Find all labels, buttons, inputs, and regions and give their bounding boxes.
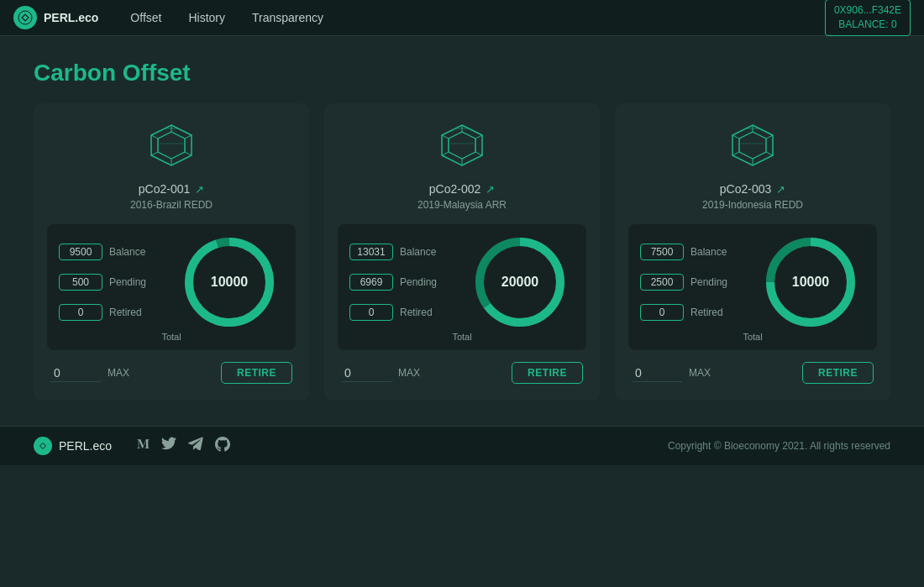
nav-history[interactable]: History <box>176 8 237 28</box>
pending-row-0: 500 Pending <box>59 274 146 291</box>
token-id-0: pCo2-001 <box>139 182 191 196</box>
svg-line-45 <box>739 152 753 159</box>
svg-line-30 <box>475 135 482 139</box>
svg-line-46 <box>753 152 766 159</box>
stats-box-1: 13031 Balance 6969 Pending 0 Retired <box>338 224 586 350</box>
balance-label-1: Balance <box>400 246 436 258</box>
svg-marker-40 <box>739 132 766 159</box>
stats-box-0: 9500 Balance 500 Pending 0 Retired <box>47 224 296 350</box>
retire-row-1: MAX RETIRE <box>338 362 586 384</box>
footer-logo-text: PERL.eco <box>59 439 112 453</box>
stats-row-0: 9500 Balance 500 Pending 0 Retired <box>59 236 284 328</box>
svg-line-31 <box>442 152 449 155</box>
stats-labels-0: 9500 Balance 500 Pending 0 Retired <box>59 244 146 321</box>
svg-line-7 <box>158 152 171 159</box>
footer-logo-icon <box>34 437 52 455</box>
svg-line-26 <box>449 152 462 159</box>
svg-line-32 <box>475 152 482 155</box>
retired-label-0: Retired <box>109 307 142 318</box>
token-name-1: pCo2-002 ↗ <box>429 182 496 196</box>
svg-line-42 <box>753 132 766 139</box>
svg-line-13 <box>185 152 192 155</box>
token-desc-2: 2019-Indonesia REDD <box>702 199 803 211</box>
card-pCo2-002: pCo2-002 ↗ 2019-Malaysia ARR 13031 Balan… <box>324 103 600 401</box>
retire-input-0[interactable] <box>50 364 101 382</box>
stats-row-1: 13031 Balance 6969 Pending 0 Retired <box>349 236 575 328</box>
retired-value-1: 0 <box>349 304 393 321</box>
token-name-2: pCo2-003 ↗ <box>720 182 786 196</box>
svg-line-3 <box>158 132 171 139</box>
retire-button-0[interactable]: RETIRE <box>221 362 292 384</box>
wallet-badge[interactable]: 0X906...F342E BALANCE: 0 <box>825 0 911 36</box>
ext-link-icon-0[interactable]: ↗ <box>195 183 204 196</box>
retire-row-0: MAX RETIRE <box>47 362 296 384</box>
retired-label-2: Retired <box>690 307 723 318</box>
ext-link-icon-2[interactable]: ↗ <box>776 183 785 196</box>
logo-icon <box>13 6 37 29</box>
svg-line-27 <box>462 152 475 159</box>
ext-link-icon-1[interactable]: ↗ <box>486 183 495 196</box>
stats-labels-2: 7500 Balance 2500 Pending 0 Retired <box>640 244 727 321</box>
token-id-2: pCo2-003 <box>720 182 772 196</box>
token-icon-2 <box>727 120 778 170</box>
svg-line-10 <box>151 135 158 139</box>
footer-logo: PERL.eco <box>34 437 112 455</box>
page-title: Carbon Offset <box>0 36 924 103</box>
github-icon[interactable] <box>215 437 230 455</box>
retired-row-0: 0 Retired <box>59 304 142 321</box>
svg-line-8 <box>171 152 185 159</box>
max-label-0: MAX <box>108 367 129 379</box>
wallet-address: 0X906...F342E <box>834 3 901 18</box>
logo[interactable]: PERL.eco <box>13 6 98 29</box>
nav-offset[interactable]: Offset <box>118 8 173 28</box>
balance-value-2: 7500 <box>640 244 684 260</box>
svg-line-51 <box>766 152 773 155</box>
balance-row-1: 13031 Balance <box>349 244 436 260</box>
stats-labels-1: 13031 Balance 6969 Pending 0 Retired <box>349 244 437 321</box>
balance-label-2: Balance <box>690 246 727 258</box>
stats-box-2: 7500 Balance 2500 Pending 0 Retired <box>628 224 877 350</box>
donut-wrapper-0: 10000 <box>183 236 276 328</box>
retired-row-2: 0 Retired <box>640 304 723 321</box>
svg-marker-2 <box>158 132 185 159</box>
retired-value-0: 0 <box>59 304 102 321</box>
twitter-icon[interactable] <box>161 437 176 455</box>
logo-text: PERL.eco <box>44 11 98 24</box>
token-name-0: pCo2-001 ↗ <box>139 182 205 196</box>
svg-line-22 <box>449 132 462 139</box>
svg-line-4 <box>171 132 185 139</box>
retire-input-2[interactable] <box>632 364 682 382</box>
balance-label-0: Balance <box>109 246 145 258</box>
nav-transparency[interactable]: Transparency <box>240 8 335 28</box>
donut-wrapper-2: 10000 <box>764 236 857 328</box>
retired-row-1: 0 Retired <box>349 304 433 321</box>
token-icon-0 <box>146 120 197 170</box>
svg-line-48 <box>732 135 739 139</box>
token-desc-1: 2019-Malaysia ARR <box>417 199 507 211</box>
total-label-2: Total <box>743 332 762 342</box>
max-label-2: MAX <box>689 367 711 379</box>
pending-value-1: 6969 <box>349 274 393 291</box>
svg-point-0 <box>18 11 32 24</box>
donut-center-2: 10000 <box>792 275 830 290</box>
retire-button-1[interactable]: RETIRE <box>512 362 583 384</box>
svg-line-29 <box>442 135 449 139</box>
donut-center-1: 20000 <box>501 275 539 290</box>
svg-line-23 <box>462 132 475 139</box>
token-id-1: pCo2-002 <box>429 182 481 196</box>
telegram-icon[interactable] <box>188 437 203 455</box>
retire-button-2[interactable]: RETIRE <box>802 362 874 384</box>
pending-value-2: 2500 <box>640 274 684 291</box>
pending-value-0: 500 <box>59 274 102 291</box>
svg-line-50 <box>732 152 739 155</box>
token-desc-0: 2016-Brazil REDD <box>130 199 213 211</box>
max-label-1: MAX <box>398 367 420 379</box>
pending-label-2: Pending <box>690 276 727 288</box>
retire-row-2: MAX RETIRE <box>628 362 877 384</box>
retired-label-1: Retired <box>400 307 433 318</box>
balance-value-1: 13031 <box>349 244 393 260</box>
retire-input-1[interactable] <box>341 364 391 382</box>
medium-icon[interactable]: 𝐌 <box>137 437 150 455</box>
donut-center-0: 10000 <box>211 275 249 290</box>
retired-value-2: 0 <box>640 304 684 321</box>
